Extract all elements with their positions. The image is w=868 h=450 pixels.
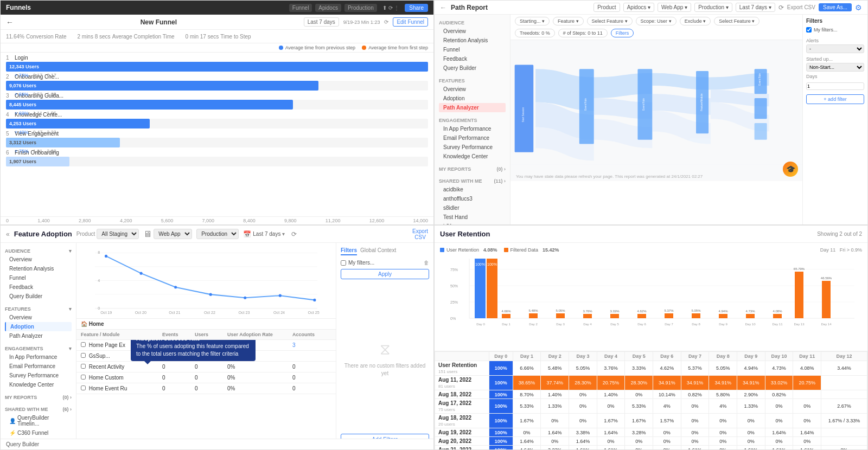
row-checkbox-3[interactable] (81, 364, 86, 369)
daterange-filter[interactable]: Last 7 days ▾ (736, 3, 775, 12)
tab-production[interactable]: Production (344, 4, 377, 12)
row-checkbox-1[interactable] (81, 342, 86, 347)
share-button[interactable]: Share (405, 4, 428, 12)
date-range[interactable]: Last 7 days (304, 17, 339, 27)
svg-text:Oct 20: Oct 20 (135, 311, 146, 314)
retention-title: User Retention (440, 230, 490, 238)
adoption-nav-survey[interactable]: Survey Performance (5, 371, 72, 380)
calendar-icon: 📅 (243, 230, 251, 238)
path-nav-knowledge[interactable]: Knowledge Center (439, 152, 506, 161)
env-select[interactable]: Production (196, 229, 239, 239)
svg-text:Oct 25: Oct 25 (308, 311, 320, 314)
path-shared-acidbike[interactable]: acidbike (439, 185, 506, 194)
row-checkbox-4[interactable] (81, 375, 86, 380)
add-filter-button[interactable]: + add filter (806, 94, 864, 104)
funnel-legend: Average time from previous step Average … (1, 43, 433, 53)
refresh-adoption-icon[interactable]: ⟳ (291, 230, 297, 238)
path-nav-survey[interactable]: Survey Performance (439, 143, 506, 152)
platform-select[interactable]: Web App (154, 229, 192, 239)
retention-row-aug19: Aug 19, 2022 100% 0% 1.64% 3.38% 1.64% 3… (435, 428, 867, 437)
starting-pill[interactable]: Starting... ▾ (515, 17, 550, 25)
export-csv-button[interactable]: ExportCSV (412, 228, 428, 240)
adoption-nav-retention[interactable]: Retention Analysis (5, 264, 72, 273)
adoption-nav-adoption[interactable]: Adoption (5, 322, 72, 331)
edit-funnel-button[interactable]: Edit Funnel (393, 17, 428, 27)
path-shared-testhand[interactable]: Test Hand (439, 213, 506, 222)
apidocs-filter[interactable]: Apidocs ▾ (623, 3, 654, 12)
webapp-filter[interactable]: Web App ▾ (658, 3, 691, 12)
path-shared-b31[interactable]: b31 (439, 222, 506, 224)
refresh-icon[interactable]: ⟳ (384, 19, 388, 25)
global-context-tab[interactable]: Global Context (360, 247, 396, 255)
filter-icon[interactable]: ⚙ (855, 3, 862, 12)
adoption-nav-knowledge[interactable]: Knowledge Center (5, 380, 72, 389)
path-nav-email[interactable]: Email Performance (439, 133, 506, 143)
nav-back-button[interactable]: ← (6, 18, 14, 27)
filter-tabs: Filters Global Context (341, 247, 429, 255)
my-filters-adoption-checkbox[interactable] (341, 260, 346, 266)
exclude-pill[interactable]: Exclude ▾ (680, 17, 711, 25)
save-as-button[interactable]: Save As... (819, 3, 852, 11)
filters-pill[interactable]: Filters (611, 29, 634, 37)
filter-side-panel: Filters Global Context My filters... 🗑 A… (336, 243, 433, 449)
adoption-nav-querybuilder[interactable]: Query Builder (5, 292, 72, 301)
started-dropdown[interactable]: Non-Start... (806, 63, 864, 72)
adoption-nav-features-overview[interactable]: Overview (5, 313, 72, 322)
steps-pill[interactable]: # of Steps: 0 to 11 (558, 29, 608, 37)
svg-text:8: 8 (98, 250, 100, 255)
adoption-nav-feedback[interactable]: Feedback (5, 282, 72, 292)
product-select[interactable]: All Staging (97, 229, 139, 239)
refresh-path-icon[interactable]: ⟳ (778, 4, 784, 11)
path-back-icon[interactable]: ← (440, 4, 446, 11)
adoption-shared-c360[interactable]: ⚡ C360 Funnel (5, 428, 72, 438)
product-filter[interactable]: Product (593, 3, 620, 12)
myreports-section-header[interactable]: MY REPORTS(0) › (5, 394, 72, 401)
path-nav-path-analyzer[interactable]: Path Analyzer (439, 103, 506, 112)
production-filter[interactable]: Production ▾ (694, 3, 732, 12)
select-feature-pill[interactable]: Select Feature ▾ (587, 17, 633, 25)
svg-point-21 (105, 255, 107, 258)
svg-text:Oct 23: Oct 23 (238, 311, 250, 314)
tab-funnel[interactable]: Funnel (289, 4, 312, 12)
path-shared-s8idler[interactable]: s8idler (439, 203, 506, 213)
engagements-section-header[interactable]: ENGAGEMENTS▾ (5, 345, 72, 352)
days-input[interactable] (806, 82, 864, 90)
export-path-label[interactable]: Export CSV (787, 4, 815, 10)
path-nav-features-overview[interactable]: Overview (439, 85, 506, 94)
adoption-shared-querybuilder[interactable]: 👤 QueryBuilder Timelin... (5, 413, 72, 428)
row-checkbox-2[interactable] (81, 353, 86, 358)
funnels-title: Funnels (6, 4, 31, 11)
my-filters-checkbox[interactable] (806, 27, 812, 33)
apply-button[interactable]: Apply (341, 269, 429, 279)
adoption-nav-funnel[interactable]: Funnel (5, 273, 72, 282)
svg-text:4.62%: 4.62% (637, 310, 647, 313)
collapse-button[interactable]: « (6, 230, 10, 238)
adoption-nav-inapp[interactable]: In App Performance (5, 352, 72, 362)
delete-filter-icon[interactable]: 🗑 (424, 260, 429, 266)
scope-pill[interactable]: Scope: User ▾ (636, 17, 676, 25)
svg-text:Oct 21: Oct 21 (169, 311, 180, 314)
adoption-nav-email[interactable]: Email Performance (5, 362, 72, 371)
path-nav-querybuilder[interactable]: Query Builder (439, 63, 506, 73)
adoption-nav-path-analyzer[interactable]: Path Analyzer (5, 331, 72, 340)
path-nav-inapp[interactable]: In App Performance (439, 124, 506, 133)
tab-apidocs[interactable]: Apidocs (315, 4, 341, 12)
adoption-nav-overview[interactable]: Overview (5, 255, 72, 264)
select-feature2-pill[interactable]: Select Feature ▾ (714, 17, 760, 25)
treedots-pill[interactable]: Treedots: 0 % (515, 29, 555, 37)
path-nav-adoption[interactable]: Adoption (439, 94, 506, 103)
row-checkbox-5[interactable] (81, 385, 86, 390)
funnels-topbar: Funnels Funnel Apidocs Production ⬆ ⟳ ⋮ … (1, 1, 433, 15)
features-section-header[interactable]: FEATURES▾ (5, 305, 72, 313)
feature-pill[interactable]: Feature ▾ (553, 17, 584, 25)
alerts-dropdown[interactable]: - (806, 44, 864, 53)
started-up-label: Started up... (806, 56, 864, 62)
audience-section-header[interactable]: AUDIENCE▾ (5, 247, 72, 255)
filters-tab[interactable]: Filters (341, 247, 357, 255)
path-nav-retention[interactable]: Retention Analysis (439, 36, 506, 45)
path-shared-anthoff[interactable]: anthofflucs3 (439, 194, 506, 203)
path-nav-overview[interactable]: Overview (439, 27, 506, 36)
sharedwithme-section-header[interactable]: SHARED WITH ME(6) › (5, 406, 72, 413)
path-nav-feedback[interactable]: Feedback (439, 54, 506, 63)
path-nav-funnel[interactable]: Funnel (439, 45, 506, 54)
